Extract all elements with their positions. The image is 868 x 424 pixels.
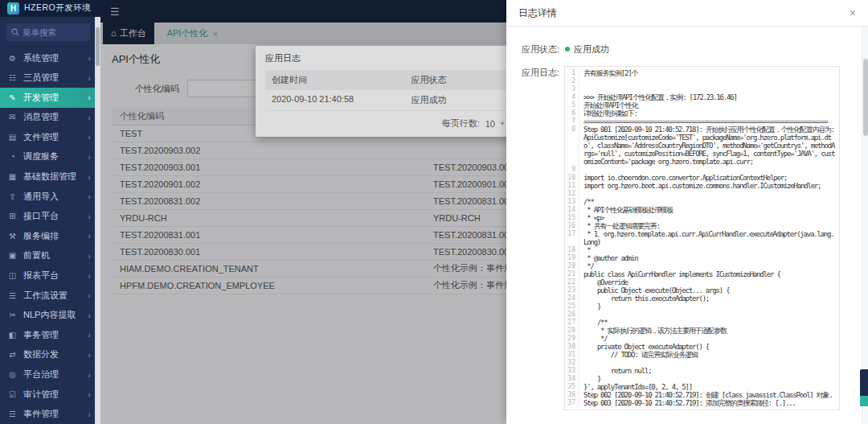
menu-item-icon: ◔ xyxy=(7,152,18,161)
line-number: 16 xyxy=(565,222,579,230)
sidebar-menu-item[interactable]: ◧ 事务管理 › xyxy=(0,325,100,345)
line-number: 10 xyxy=(565,174,579,182)
line-text: * xyxy=(583,246,836,254)
line-number: 35 xyxy=(565,383,579,391)
line-number: 31 xyxy=(565,351,579,359)
chevron-right-icon: › xyxy=(88,271,91,281)
menu-item-icon: ◧ xyxy=(7,331,18,340)
drawer-scrollbar-thumb[interactable] xyxy=(863,59,868,136)
line-number: 7 xyxy=(565,117,579,126)
line-number: 12 xyxy=(565,190,579,198)
line-text: // TODO: 请完善实际业务逻辑 xyxy=(583,351,836,359)
menu-item-icon: ☰ xyxy=(7,291,18,300)
line-number: 1 xyxy=(565,69,579,77)
sidebar-menu-panel: ⚙ 系统管理 › ☷ 三员管理 › ✎ 开发管理 › xyxy=(0,17,100,424)
menu-item-label: 数据分发 xyxy=(23,348,88,360)
sidebar-menu-item[interactable]: ⇄ 数据分发 › xyxy=(0,345,100,365)
apply-log-label: 应用日志: xyxy=(506,66,559,410)
line-text: Step 003 [2020-09-10 21:40:52.719]: 添加完整… xyxy=(583,399,836,407)
line-number: 32 xyxy=(565,359,579,367)
line-number: 20 xyxy=(565,262,579,270)
line-text: Step 002 [2020-09-10 21:40:52.719]: 创建 [… xyxy=(583,391,836,399)
sidebar-menu-item[interactable]: ☷ 三员管理 › xyxy=(0,68,100,88)
line-number: 28 xyxy=(565,327,579,335)
sidebar-menu-item[interactable]: ✉ 消息管理 › xyxy=(0,108,100,128)
log-detail-drawer: 日志详情 × 应用状态: 应用成功 应用日志: 1共有服务实例[2]个 xyxy=(506,0,868,424)
sidebar-menu-item[interactable]: ☑ 审计管理 › xyxy=(0,385,100,405)
log-line: 6详细处理步骤如下: xyxy=(565,109,836,117)
menu-item-icon: ⇪ xyxy=(7,192,18,201)
log-line: 34 } xyxy=(565,375,836,383)
logo-bar: H HZERO开发环境 xyxy=(0,0,100,17)
line-number: 15 xyxy=(565,214,579,222)
menu-item-icon: ▣ xyxy=(7,251,18,260)
sidebar-menu-item[interactable]: ◎ 平台治理 › xyxy=(0,364,100,385)
chevron-right-icon: › xyxy=(88,152,91,162)
chevron-right-icon: › xyxy=(88,330,91,340)
line-text: * API个性化基础模板处理模板 xyxy=(583,206,836,214)
log-line: 7=======================================… xyxy=(565,117,836,126)
line-text: } xyxy=(583,303,836,311)
hzero-logo-icon: H xyxy=(7,2,19,14)
chevron-right-icon: › xyxy=(88,311,91,320)
chevron-right-icon: › xyxy=(88,132,91,142)
menu-search-box[interactable] xyxy=(6,23,90,41)
log-line: 26 xyxy=(565,311,836,319)
line-number: 13 xyxy=(565,198,579,206)
line-number: 6 xyxy=(565,109,579,117)
sidebar-menu-item[interactable]: ✎ 开发管理 › xyxy=(0,88,100,108)
sidebar-menu-item[interactable]: ◔ 调度服务 › xyxy=(0,147,100,167)
sidebar-menu-item[interactable]: ⊞ 接口平台 › xyxy=(0,206,100,226)
line-text: /** xyxy=(583,319,836,327)
sidebar-menu-item[interactable]: ⇪ 通用导入 › xyxy=(0,187,100,207)
log-line: 16 * 共有一处逻辑需要完善: xyxy=(565,222,836,230)
log-line: 27 /** xyxy=(565,319,836,327)
floating-widget-button[interactable] xyxy=(860,369,868,406)
line-number: 11 xyxy=(565,182,579,190)
sidebar-scrollbar-thumb[interactable] xyxy=(96,27,100,66)
sidebar-menu-item[interactable]: ▤ 文件管理 › xyxy=(0,127,100,147)
log-line: 23 public Object execute(Object... args)… xyxy=(565,286,836,294)
sidebar: H HZERO开发环境 ⚙ 系统管理 › xyxy=(0,0,100,424)
menu-item-icon: ⊞ xyxy=(7,212,18,220)
sidebar-menu-item[interactable]: ▦ 基础数据管理 › xyxy=(0,167,100,187)
menu-item-icon: ◫ xyxy=(7,271,18,280)
search-icon xyxy=(11,28,19,36)
menu-item-icon: ▦ xyxy=(7,172,18,181)
chevron-right-icon: › xyxy=(88,290,91,300)
log-line: 37Step 003 [2020-09-10 21:40:52.719]: 添加… xyxy=(565,399,836,407)
drawer-title: 日志详情 xyxy=(518,6,557,20)
menu-item-icon: ⇄ xyxy=(7,350,18,359)
log-line: 11import org.hzero.boot.api.customize.co… xyxy=(565,182,836,190)
sidebar-menu-item[interactable]: ▣ 前置机 › xyxy=(0,246,100,266)
menu-item-icon: ✉ xyxy=(7,113,18,121)
sidebar-menu-item[interactable]: ✂ NLP内容提取 › xyxy=(0,305,100,325)
menu-item-label: 工作流设置 xyxy=(23,290,88,302)
chevron-right-icon: › xyxy=(88,93,91,102)
menu-search-input[interactable] xyxy=(23,27,85,37)
line-text xyxy=(583,311,836,319)
menu-item-label: 文件管理 xyxy=(23,131,88,143)
sidebar-menu-item[interactable]: ◫ 报表平台 › xyxy=(0,266,100,286)
line-text: import io.choerodon.core.convertor.Appli… xyxy=(583,174,836,182)
close-icon[interactable]: × xyxy=(850,7,856,19)
line-text: } xyxy=(583,375,836,383)
sidebar-scrollbar[interactable] xyxy=(95,17,100,424)
line-text: private Object executeAdapter() { xyxy=(583,343,836,351)
log-code-block[interactable]: 1共有服务实例[2]个 2 3 4>>> 开始处理API个性化配置，实例: [1… xyxy=(564,66,840,410)
menu-item-icon: ✎ xyxy=(7,93,18,102)
line-number: 23 xyxy=(565,286,579,294)
log-line: 20 */ xyxy=(565,262,836,270)
menu-item-label: 审计管理 xyxy=(23,389,88,401)
line-number: 30 xyxy=(565,343,579,351)
apply-log-row: 应用日志: 1共有服务实例[2]个 2 3 xyxy=(506,66,868,410)
sidebar-menu-item[interactable]: ⚒ 服务编排 › xyxy=(0,226,100,246)
line-number: 17 xyxy=(565,230,579,246)
chevron-right-icon: › xyxy=(88,251,91,261)
sidebar-menu-item[interactable]: ⚙ 系统管理 › xyxy=(0,48,100,68)
sidebar-menu-item[interactable]: ☲ 事件管理 › xyxy=(0,404,100,424)
sidebar-menu-item[interactable]: ☰ 工作流设置 › xyxy=(0,286,100,306)
line-text xyxy=(583,190,836,198)
line-text: * 共有一处逻辑需要完善: xyxy=(583,222,836,230)
drawer-scrollbar[interactable] xyxy=(862,27,868,424)
